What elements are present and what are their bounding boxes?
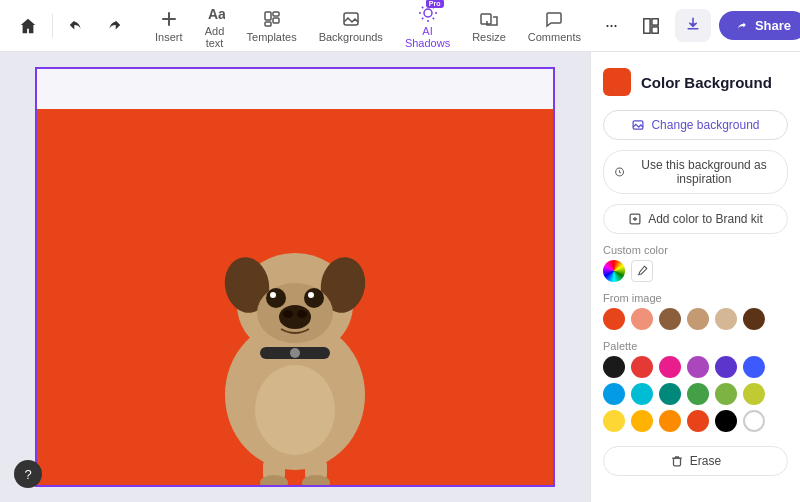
palette-orange[interactable] (659, 410, 681, 432)
svg-point-22 (297, 310, 307, 318)
toolbar: Insert Aa Add text Templates Backgrounds… (0, 0, 800, 52)
right-panel: Color Background Change background Use t… (590, 52, 800, 502)
from-image-color-4[interactable] (687, 308, 709, 330)
palette-deep-orange[interactable] (687, 410, 709, 432)
palette-row-3 (603, 410, 788, 432)
svg-point-18 (270, 292, 276, 298)
custom-color-row (603, 260, 788, 282)
add-text-button[interactable]: Aa Add text (195, 0, 235, 53)
palette-light-green[interactable] (715, 383, 737, 405)
palette-cyan[interactable] (631, 383, 653, 405)
color-picker-circle[interactable] (603, 260, 625, 282)
canvas-frame (35, 67, 555, 487)
palette-black[interactable] (603, 356, 625, 378)
svg-point-24 (290, 348, 300, 358)
palette-amber[interactable] (631, 410, 653, 432)
svg-rect-7 (481, 14, 491, 24)
custom-color-section: Custom color (603, 244, 788, 282)
erase-button[interactable]: Erase (603, 446, 788, 476)
share-button[interactable]: Share (719, 11, 800, 40)
from-image-color-2[interactable] (631, 308, 653, 330)
from-image-label: From image (603, 292, 788, 304)
comments-button[interactable]: Comments (518, 5, 591, 47)
svg-point-20 (279, 305, 311, 329)
palette-red[interactable] (631, 356, 653, 378)
divider (52, 14, 53, 38)
toolbar-left (12, 10, 129, 42)
svg-rect-33 (673, 458, 680, 466)
panel-header: Color Background (603, 68, 788, 96)
insert-button[interactable]: Insert (145, 5, 193, 47)
add-to-brand-kit-button[interactable]: Add color to Brand kit (603, 204, 788, 234)
toolbar-center: Insert Aa Add text Templates Backgrounds… (145, 0, 591, 53)
palette-dark[interactable] (715, 410, 737, 432)
pug-dog-image (185, 165, 405, 485)
redo-button[interactable] (97, 10, 129, 42)
palette-section: Palette (603, 340, 788, 432)
toolbar-right: ··· Share (595, 9, 800, 42)
svg-rect-2 (273, 12, 279, 16)
canvas-area[interactable]: ? (0, 52, 590, 502)
active-color-swatch (603, 68, 631, 96)
from-image-color-6[interactable] (743, 308, 765, 330)
eyedropper-button[interactable] (631, 260, 653, 282)
panel-title: Color Background (641, 74, 772, 91)
svg-rect-8 (644, 18, 650, 32)
help-button[interactable]: ? (14, 460, 42, 488)
from-image-section: From image (603, 292, 788, 330)
from-image-color-3[interactable] (659, 308, 681, 330)
palette-row-2 (603, 383, 788, 405)
change-background-button[interactable]: Change background (603, 110, 788, 140)
svg-point-17 (304, 288, 324, 308)
download-button[interactable] (675, 9, 711, 42)
palette-lime[interactable] (743, 383, 765, 405)
palette-label: Palette (603, 340, 788, 352)
from-image-color-1[interactable] (603, 308, 625, 330)
palette-teal[interactable] (659, 383, 681, 405)
svg-point-29 (255, 365, 335, 455)
resize-button[interactable]: Resize (462, 5, 516, 47)
palette-pink[interactable] (659, 356, 681, 378)
canvas-top-strip (37, 69, 553, 109)
palette-row-1 (603, 356, 788, 378)
templates-button[interactable]: Templates (237, 5, 307, 47)
svg-point-21 (283, 310, 293, 318)
svg-rect-9 (652, 18, 658, 24)
custom-color-label: Custom color (603, 244, 788, 256)
from-image-color-5[interactable] (715, 308, 737, 330)
svg-point-19 (308, 292, 314, 298)
main-area: ? Color Background Change background Use… (0, 52, 800, 502)
use-as-inspiration-button[interactable]: Use this background as inspiration (603, 150, 788, 194)
svg-rect-3 (273, 18, 279, 23)
svg-point-6 (424, 9, 432, 17)
palette-yellow[interactable] (603, 410, 625, 432)
backgrounds-button[interactable]: Backgrounds (309, 5, 393, 47)
svg-text:Aa: Aa (208, 6, 225, 22)
palette-white[interactable] (743, 410, 765, 432)
undo-button[interactable] (61, 10, 93, 42)
palette-deep-purple[interactable] (715, 356, 737, 378)
palette-light-blue[interactable] (603, 383, 625, 405)
palette-purple[interactable] (687, 356, 709, 378)
svg-rect-10 (652, 26, 658, 32)
svg-point-16 (266, 288, 286, 308)
grid-view-button[interactable] (635, 10, 667, 42)
svg-rect-4 (265, 22, 271, 26)
from-image-colors (603, 308, 788, 330)
more-button[interactable]: ··· (595, 10, 627, 42)
palette-green[interactable] (687, 383, 709, 405)
svg-rect-1 (265, 12, 271, 20)
home-button[interactable] (12, 10, 44, 42)
ai-shadows-button[interactable]: Pro AI Shadows (395, 0, 460, 53)
palette-indigo[interactable] (743, 356, 765, 378)
